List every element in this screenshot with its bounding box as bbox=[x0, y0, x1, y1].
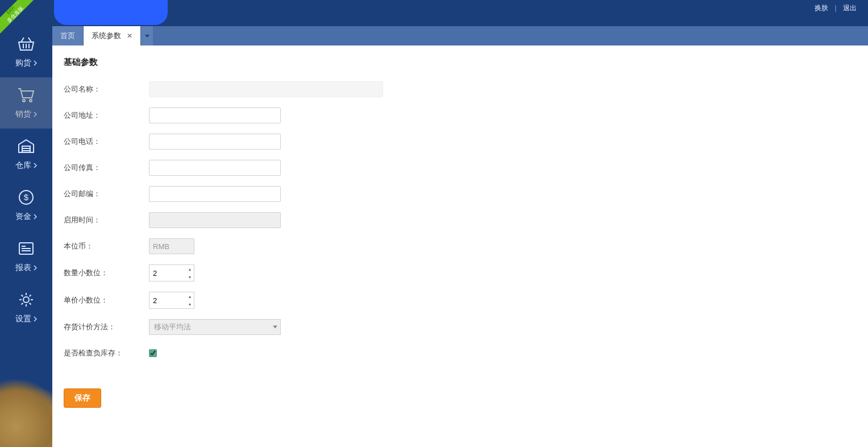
report-icon bbox=[16, 240, 36, 257]
section-title: 基础参数 bbox=[64, 57, 857, 68]
chevron-right-icon bbox=[34, 60, 38, 66]
content-area: 基础参数 公司名称： 公司地址： 公司电话： 公司传真： 公司邮编： 启用时间：… bbox=[52, 45, 868, 447]
sidebar-item-label: 报表 bbox=[15, 263, 31, 273]
sidebar-item-label: 资金 bbox=[15, 212, 31, 222]
label-price-decimals: 单价小数位： bbox=[64, 295, 149, 305]
header-links: 换肤 | 退出 bbox=[812, 3, 859, 13]
sidebar-item-label: 仓库 bbox=[15, 160, 31, 171]
corner-badge: ERP 多仓库版 bbox=[0, 0, 34, 34]
row-company-address: 公司地址： bbox=[64, 107, 857, 123]
input-company-name[interactable] bbox=[149, 81, 383, 97]
spinner-down-button[interactable]: ▼ bbox=[186, 273, 194, 281]
row-company-zip: 公司邮编： bbox=[64, 186, 857, 202]
input-base-currency bbox=[149, 238, 194, 254]
sidebar-item-label: 设置 bbox=[15, 314, 31, 324]
sidebar-item-label: 销货 bbox=[15, 109, 31, 119]
warehouse-icon bbox=[16, 138, 36, 155]
logo-pill bbox=[54, 0, 168, 25]
row-company-name: 公司名称： bbox=[64, 81, 857, 97]
chevron-right-icon bbox=[34, 111, 38, 117]
dollar-circle-icon: $ bbox=[16, 189, 36, 206]
sidebar-item-warehouse[interactable]: 仓库 bbox=[0, 129, 52, 180]
sidebar-item-sales[interactable]: 销货 bbox=[0, 77, 52, 129]
row-price-decimals: 单价小数位： ▲ ▼ bbox=[64, 292, 857, 309]
cart-icon bbox=[16, 86, 36, 104]
input-enable-time bbox=[149, 212, 281, 228]
basket-icon bbox=[16, 35, 36, 52]
checkbox-check-negative-stock[interactable] bbox=[149, 349, 157, 357]
separator: | bbox=[835, 4, 837, 12]
svg-point-13 bbox=[23, 297, 29, 303]
header: ERP 多仓库版 换肤 | 退出 bbox=[0, 0, 868, 26]
svg-point-4 bbox=[30, 100, 32, 102]
chevron-down-icon bbox=[273, 326, 277, 329]
caret-down-icon bbox=[145, 35, 149, 38]
tab-label: 首页 bbox=[60, 31, 75, 41]
sidebar-decoration bbox=[0, 379, 52, 447]
spinner-down-button[interactable]: ▼ bbox=[186, 300, 194, 308]
close-icon[interactable]: ✕ bbox=[127, 32, 132, 40]
label-company-zip: 公司邮编： bbox=[64, 189, 149, 199]
input-company-phone[interactable] bbox=[149, 134, 281, 150]
label-inventory-method: 存货计价方法： bbox=[64, 322, 149, 332]
svg-text:$: $ bbox=[24, 192, 29, 202]
spinner-up-button[interactable]: ▲ bbox=[186, 292, 194, 300]
sidebar-item-reports[interactable]: 报表 bbox=[0, 231, 52, 282]
tab-dropdown-button[interactable] bbox=[140, 26, 153, 45]
input-company-address[interactable] bbox=[149, 107, 281, 123]
save-button[interactable]: 保存 bbox=[64, 388, 101, 408]
chevron-right-icon bbox=[34, 163, 38, 168]
row-base-currency: 本位币： bbox=[64, 238, 857, 254]
select-inventory-method[interactable]: 移动平均法 bbox=[149, 319, 281, 335]
logout-link[interactable]: 退出 bbox=[843, 4, 857, 12]
tab-home[interactable]: 首页 bbox=[52, 26, 84, 45]
row-company-phone: 公司电话： bbox=[64, 134, 857, 150]
label-company-fax: 公司传真： bbox=[64, 163, 149, 173]
sidebar-item-funds[interactable]: $ 资金 bbox=[0, 180, 52, 231]
gear-icon bbox=[16, 291, 36, 308]
tab-system-params[interactable]: 系统参数 ✕ bbox=[84, 26, 140, 45]
chevron-right-icon bbox=[34, 214, 38, 220]
chevron-right-icon bbox=[34, 316, 38, 322]
row-qty-decimals: 数量小数位： ▲ ▼ bbox=[64, 264, 857, 282]
label-enable-time: 启用时间： bbox=[64, 215, 149, 225]
label-company-address: 公司地址： bbox=[64, 110, 149, 121]
input-company-zip[interactable] bbox=[149, 186, 281, 202]
label-check-negative-stock: 是否检查负库存： bbox=[64, 348, 149, 358]
sidebar-item-settings[interactable]: 设置 bbox=[0, 282, 52, 333]
tab-strip: 首页 系统参数 ✕ bbox=[52, 26, 868, 45]
label-company-phone: 公司电话： bbox=[64, 136, 149, 147]
row-company-fax: 公司传真： bbox=[64, 160, 857, 176]
input-company-fax[interactable] bbox=[149, 160, 281, 176]
select-value: 移动平均法 bbox=[149, 319, 281, 335]
spinner-up-button[interactable]: ▲ bbox=[186, 265, 194, 273]
sidebar-item-label: 购货 bbox=[15, 58, 31, 68]
label-base-currency: 本位币： bbox=[64, 241, 149, 251]
row-enable-time: 启用时间： bbox=[64, 212, 857, 228]
row-inventory-method: 存货计价方法： 移动平均法 bbox=[64, 319, 857, 335]
skin-link[interactable]: 换肤 bbox=[815, 4, 828, 12]
svg-point-3 bbox=[23, 100, 25, 102]
row-check-negative-stock: 是否检查负库存： bbox=[64, 345, 857, 361]
chevron-right-icon bbox=[34, 265, 38, 271]
label-qty-decimals: 数量小数位： bbox=[64, 268, 149, 278]
sidebar: 购货 销货 仓库 $ 资金 bbox=[0, 26, 52, 447]
label-company-name: 公司名称： bbox=[64, 84, 149, 94]
tab-label: 系统参数 bbox=[92, 31, 121, 41]
